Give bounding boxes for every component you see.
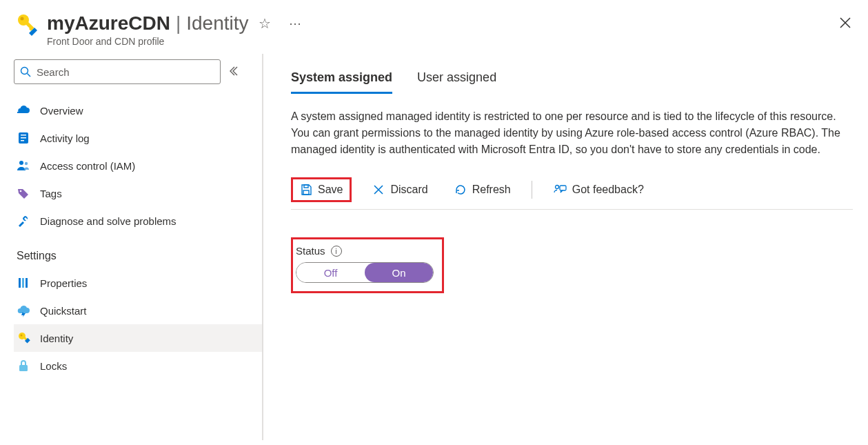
sidebar-item-label: Overview: [40, 105, 83, 117]
main-content: System assigned User assigned A system a…: [263, 54, 868, 440]
svg-point-3: [21, 17, 24, 21]
sidebar-item-diagnose[interactable]: Diagnose and solve problems: [14, 207, 262, 235]
quickstart-icon: [17, 304, 30, 317]
svg-rect-23: [303, 190, 309, 195]
svg-rect-14: [19, 278, 21, 288]
svg-rect-9: [21, 137, 26, 139]
svg-rect-6: [17, 112, 21, 113]
tab-system-assigned[interactable]: System assigned: [291, 63, 392, 94]
svg-point-13: [20, 190, 22, 192]
tab-user-assigned[interactable]: User assigned: [417, 63, 496, 94]
identity-icon: [17, 331, 30, 345]
svg-rect-8: [21, 135, 26, 136]
collapse-sidebar-icon[interactable]: [228, 66, 239, 79]
refresh-icon: [454, 184, 467, 196]
people-icon: [17, 159, 30, 172]
tools-icon: [17, 214, 30, 228]
discard-button[interactable]: Discard: [367, 181, 433, 199]
sidebar-general: Overview Activity log Access control (IA…: [14, 97, 262, 235]
sidebar-item-overview[interactable]: Overview: [14, 97, 262, 124]
svg-rect-25: [560, 186, 566, 190]
svg-point-12: [25, 162, 28, 165]
identity-description: A system assigned managed identity is re…: [291, 108, 853, 158]
resource-key-icon: [14, 12, 39, 37]
sidebar: Search Overview Activity log Access cont…: [0, 54, 262, 440]
status-label: Status: [296, 245, 325, 257]
sidebar-item-locks[interactable]: Locks: [14, 352, 262, 379]
tags-icon: [17, 186, 30, 200]
sidebar-item-access-control[interactable]: Access control (IAM): [14, 152, 262, 179]
status-toggle[interactable]: Off On: [296, 262, 434, 283]
sidebar-item-label: Activity log: [40, 132, 90, 144]
sidebar-item-label: Properties: [40, 277, 87, 289]
status-section: Status i Off On: [291, 237, 444, 293]
search-input[interactable]: Search: [14, 59, 221, 84]
close-button[interactable]: [839, 17, 851, 31]
sidebar-item-tags[interactable]: Tags: [14, 179, 262, 207]
svg-rect-15: [22, 278, 24, 288]
status-toggle-off[interactable]: Off: [296, 263, 365, 282]
discard-icon: [372, 184, 385, 196]
sidebar-item-label: Locks: [40, 360, 67, 372]
svg-point-11: [19, 161, 23, 165]
resource-type-label: Front Door and CDN profile: [47, 36, 854, 47]
sidebar-section-settings: Settings: [17, 250, 262, 262]
sidebar-settings: Properties Quickstart Identity Locks: [14, 269, 262, 379]
sidebar-item-label: Identity: [40, 333, 73, 344]
log-icon: [17, 131, 30, 145]
blade-header: myAzureCDN | Identity ☆ ⋯ Front Door and…: [0, 0, 868, 54]
more-actions-icon[interactable]: ⋯: [289, 16, 303, 31]
favorite-star-icon[interactable]: ☆: [259, 15, 271, 32]
svg-rect-21: [19, 365, 28, 371]
command-bar: Save Discard Refresh Got feedback?: [291, 177, 853, 210]
info-icon[interactable]: i: [331, 246, 342, 257]
refresh-button[interactable]: Refresh: [449, 181, 516, 199]
cloud-icon: [17, 103, 30, 117]
sidebar-item-activity-log[interactable]: Activity log: [14, 124, 262, 152]
svg-point-24: [555, 186, 558, 189]
toolbar-separator: [532, 181, 532, 199]
sidebar-item-label: Access control (IAM): [40, 160, 135, 172]
status-toggle-on[interactable]: On: [365, 263, 433, 282]
svg-point-19: [21, 335, 23, 337]
locks-icon: [17, 359, 30, 373]
svg-line-5: [28, 74, 31, 77]
svg-rect-10: [21, 140, 24, 141]
save-icon: [300, 184, 312, 196]
sidebar-item-label: Tags: [40, 188, 62, 199]
feedback-icon: [553, 184, 567, 196]
page-title: myAzureCDN | Identity ☆ ⋯: [47, 12, 854, 34]
feedback-button[interactable]: Got feedback?: [547, 181, 649, 199]
search-icon: [20, 66, 31, 77]
sidebar-item-label: Diagnose and solve problems: [40, 215, 176, 227]
sidebar-item-identity[interactable]: Identity: [14, 324, 262, 352]
svg-rect-22: [304, 185, 308, 188]
sidebar-item-quickstart[interactable]: Quickstart: [14, 297, 262, 324]
save-button[interactable]: Save: [291, 177, 352, 202]
svg-point-4: [21, 68, 28, 75]
properties-icon: [17, 276, 30, 290]
identity-tabs: System assigned User assigned: [291, 63, 853, 95]
sidebar-item-label: Quickstart: [40, 305, 87, 317]
sidebar-item-properties[interactable]: Properties: [14, 269, 262, 297]
svg-rect-16: [26, 278, 28, 288]
